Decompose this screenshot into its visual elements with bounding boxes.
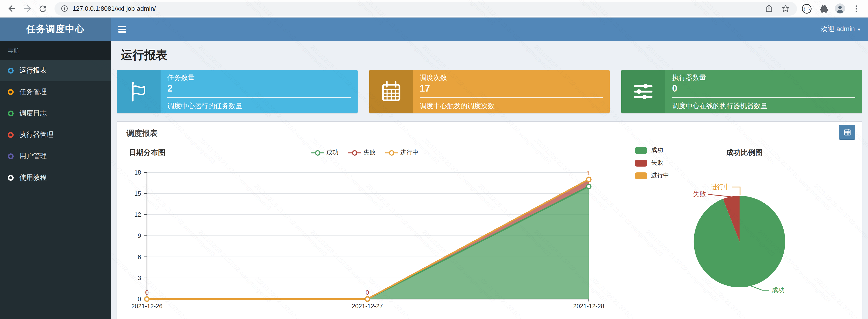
line-chart-legend: 成功失败进行中 [117, 149, 613, 157]
circle-o-icon [8, 175, 13, 181]
line-marker-icon [385, 149, 398, 156]
legend-swatch-icon [635, 147, 647, 154]
success-ratio-pie-chart: 成功失败进行中 [672, 181, 817, 319]
info-box-1: 调度次数17调度中心触发的调度次数 [369, 70, 610, 113]
sidebar-menu: 运行报表任务管理调度日志执行器管理用户管理使用教程 [0, 60, 111, 188]
browser-reload-button[interactable] [36, 2, 50, 15]
url-text[interactable]: 127.0.0.1:8081/xxl-job-admin/ [72, 5, 156, 12]
legend-label: 成功 [651, 146, 663, 154]
info-box-desc: 调度中心触发的调度次数 [420, 97, 603, 111]
svg-text:2021-12-27: 2021-12-27 [352, 303, 383, 310]
legend-label: 失败 [651, 159, 663, 167]
circle-o-icon [8, 132, 13, 138]
svg-text:进行中: 进行中 [711, 183, 730, 191]
legend-item-进行中[interactable]: 进行中 [385, 149, 419, 157]
browser-actions: {…} [801, 3, 863, 14]
sidebar-item-label: 执行器管理 [20, 130, 54, 139]
circle-o-icon [8, 68, 13, 74]
date-range-button[interactable] [839, 125, 855, 140]
info-box-label: 执行器数量 [672, 74, 855, 82]
app-header: 任务调度中心 欢迎 admin ▾ [0, 18, 868, 41]
legend-label: 进行中 [651, 171, 669, 180]
sidebar-item-1[interactable]: 任务管理 [0, 81, 111, 103]
svg-text:12: 12 [134, 211, 141, 218]
browser-toolbar: 127.0.0.1:8081/xxl-job-admin/ {…} [0, 0, 868, 18]
svg-text:2021-12-26: 2021-12-26 [131, 303, 162, 310]
sidebar-item-4[interactable]: 用户管理 [0, 146, 111, 167]
svg-text:9: 9 [138, 232, 141, 239]
info-box-2: 执行器数量0调度中心在线的执行器机器数量 [622, 70, 862, 113]
svg-text:成功: 成功 [772, 286, 785, 294]
legend-label: 成功 [327, 149, 339, 157]
legend-swatch-icon [635, 160, 647, 166]
main-content: 运行报表 任务数量2调度中心运行的任务数量调度次数17调度中心触发的调度次数执行… [111, 41, 868, 319]
sidebar-item-label: 运行报表 [20, 66, 47, 75]
svg-text:18: 18 [134, 169, 141, 176]
kebab-menu-icon [851, 4, 861, 13]
svg-text:3: 3 [138, 274, 141, 281]
sidebar-item-label: 调度日志 [20, 109, 47, 118]
legend-label: 失败 [364, 149, 376, 157]
sliders-icon [622, 70, 665, 113]
sidebar: 导航 运行报表任务管理调度日志执行器管理用户管理使用教程 [0, 41, 111, 319]
browser-forward-button[interactable] [21, 2, 34, 15]
circle-o-icon [8, 111, 13, 116]
info-box-value: 17 [420, 83, 603, 94]
flag-icon [117, 70, 161, 113]
svg-text:0: 0 [366, 289, 369, 296]
info-box-value: 0 [672, 83, 855, 94]
svg-text:失败: 失败 [693, 191, 706, 198]
sidebar-toggle-button[interactable] [118, 24, 127, 34]
pie-legend-item-成功[interactable]: 成功 [635, 146, 669, 154]
report-panel: 调度报表 日期分布图 成功失败进行中 00103691215182021-12-… [117, 121, 862, 319]
share-button[interactable] [763, 3, 775, 14]
reload-icon [38, 4, 48, 13]
browser-back-button[interactable] [5, 2, 19, 15]
hamburger-icon [118, 26, 126, 27]
pie-chart-legend: 成功失败进行中 [635, 146, 669, 180]
app-logo[interactable]: 任务调度中心 [0, 18, 111, 41]
info-box-label: 任务数量 [167, 74, 350, 82]
sidebar-item-5[interactable]: 使用教程 [0, 167, 111, 188]
star-icon [781, 4, 790, 13]
sidebar-item-3[interactable]: 执行器管理 [0, 124, 111, 146]
info-box-label: 调度次数 [420, 74, 603, 82]
bookmark-button[interactable] [779, 3, 791, 14]
pie-legend-item-失败[interactable]: 失败 [635, 159, 669, 167]
info-box-desc: 调度中心运行的任务数量 [167, 97, 350, 111]
profile-button[interactable] [834, 3, 846, 14]
panel-body: 日期分布图 成功失败进行中 00103691215182021-12-26202… [117, 144, 862, 319]
back-arrow-icon [6, 3, 17, 13]
extensions-button[interactable] [817, 3, 829, 14]
address-bar[interactable]: 127.0.0.1:8081/xxl-job-admin/ [55, 2, 797, 15]
circle-o-icon [8, 89, 13, 95]
browser-menu-button[interactable] [850, 3, 862, 14]
svg-text:6: 6 [138, 254, 141, 260]
avatar-icon [834, 3, 845, 14]
sidebar-item-0[interactable]: 运行报表 [0, 60, 111, 81]
site-info-icon[interactable] [60, 4, 69, 13]
sidebar-item-2[interactable]: 调度日志 [0, 103, 111, 124]
svg-text:0: 0 [145, 289, 149, 296]
screen: 127.0.0.1:8081/xxl-job-admin/ {…} [0, 0, 868, 319]
legend-swatch-icon [635, 172, 647, 179]
legend-item-成功[interactable]: 成功 [311, 149, 339, 157]
page-title: 运行报表 [121, 47, 858, 63]
legend-item-失败[interactable]: 失败 [348, 149, 376, 157]
svg-text:{…}: {…} [804, 7, 810, 11]
circle-o-icon [8, 153, 13, 159]
summary-boxes: 任务数量2调度中心运行的任务数量调度次数17调度中心触发的调度次数执行器数量0调… [117, 70, 862, 113]
calendar-icon [369, 70, 413, 113]
pie-legend-item-进行中[interactable]: 进行中 [635, 171, 669, 180]
extension-braces-button[interactable]: {…} [801, 3, 812, 14]
user-menu[interactable]: 欢迎 admin ▾ [821, 18, 860, 41]
sidebar-section-label: 导航 [0, 41, 111, 60]
info-box-desc: 调度中心在线的执行器机器数量 [672, 97, 855, 111]
calendar-icon [843, 128, 851, 136]
sidebar-item-label: 用户管理 [20, 152, 47, 161]
share-icon [764, 4, 773, 13]
sidebar-item-label: 使用教程 [20, 173, 47, 182]
svg-text:15: 15 [134, 190, 141, 197]
panel-title: 调度报表 [126, 128, 158, 139]
date-distribution-chart: 00103691215182021-12-262021-12-272021-12… [117, 164, 613, 319]
